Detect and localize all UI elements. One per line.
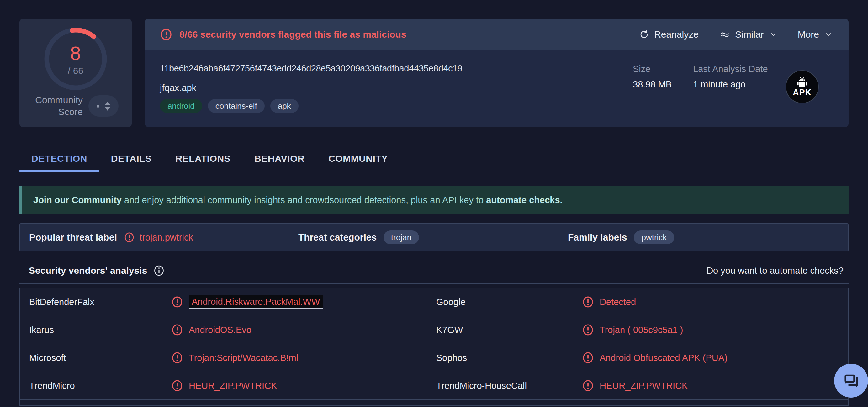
vendor-name: Google [436, 297, 582, 307]
tab-detection[interactable]: DETECTION [20, 147, 99, 170]
vendor-analysis-table: BitDefenderFalx Android.Riskware.PackMal… [20, 288, 848, 406]
popular-threat-label: Popular threat label [29, 232, 117, 243]
detection-label[interactable]: AndroidOS.Evo [189, 325, 251, 335]
chevron-down-icon [825, 31, 832, 38]
tab-community[interactable]: COMMUNITY [316, 147, 400, 170]
file-tags: android contains-elf apk [160, 99, 299, 113]
vendor-name: BitDefenderFalx [29, 297, 171, 307]
virustotal-file-report: { "score_card": { "score": "8", "total":… [0, 0, 868, 407]
detection-result: Detected [582, 296, 848, 308]
alert-icon [171, 324, 183, 336]
detection-label[interactable]: HEUR_ZIP.PWTRICK [189, 381, 277, 391]
tab-relations[interactable]: RELATIONS [163, 147, 242, 170]
last-analysis-block: Last Analysis Date 1 minute ago [693, 64, 768, 90]
threat-category-pill[interactable]: trojan [383, 230, 419, 244]
info-icon[interactable] [153, 265, 165, 276]
detection-result: AndroidOS.Evo [171, 324, 436, 336]
vote-arrows-icon [105, 102, 111, 111]
table-row-partial [20, 400, 848, 406]
threat-label-bar: Popular threat label trojan.pwtrick Thre… [20, 223, 848, 251]
tab-details[interactable]: DETAILS [99, 147, 164, 170]
table-row: BitDefenderFalx Android.Riskware.PackMal… [20, 288, 848, 316]
alert-icon [124, 232, 134, 243]
detection-result: Android.Riskware.PackMal.WW [171, 295, 436, 309]
last-analysis-value: 1 minute ago [693, 79, 768, 90]
tag-contains-elf[interactable]: contains-elf [208, 99, 265, 113]
detection-label[interactable]: Trojan ( 005c9c5a1 ) [599, 325, 683, 335]
vendor-name: TrendMicro [29, 381, 171, 391]
detection-result: Trojan ( 005c9c5a1 ) [582, 324, 848, 336]
detection-banner: 8/66 security vendors flagged this file … [145, 19, 848, 50]
automate-checks-prompt[interactable]: Do you want to automate checks? [707, 265, 848, 276]
popular-threat-value[interactable]: trojan.pwtrick [140, 232, 193, 243]
detection-result: HEUR_ZIP.PWTRICK [582, 380, 848, 392]
chat-bubbles-icon [842, 372, 860, 390]
detection-label[interactable]: Android Obfuscated APK (PUA) [599, 353, 727, 363]
similar-button[interactable]: Similar [719, 29, 777, 40]
chevron-down-icon [770, 31, 777, 38]
community-score-card: 8 / 66 Community Score [20, 19, 132, 127]
last-analysis-label: Last Analysis Date [693, 64, 768, 74]
detection-label[interactable]: Detected [599, 297, 636, 307]
more-button[interactable]: More [798, 29, 832, 40]
chat-fab-button[interactable] [834, 364, 868, 398]
file-hash[interactable]: 11be6b246aba6f472756f4743edd246d28e5a302… [160, 63, 462, 74]
android-robot-icon [796, 76, 809, 88]
similar-label: Similar [735, 29, 764, 40]
alert-icon [171, 352, 183, 364]
automate-checks-link[interactable]: automate checks. [486, 195, 562, 205]
vendor-name: Ikarus [29, 325, 171, 335]
report-tabs: DETECTION DETAILS RELATIONS BEHAVIOR COM… [20, 147, 848, 171]
detection-label[interactable]: Android.Riskware.PackMal.WW [189, 295, 323, 309]
join-community-banner: Join our Community and enjoy additional … [20, 186, 848, 215]
banner-alert-text: 8/66 security vendors flagged this file … [179, 29, 406, 40]
threat-categories-cell: Threat categories trojan [298, 230, 568, 244]
vendor-name: TrendMicro-HouseCall [436, 381, 582, 391]
family-labels-label: Family labels [568, 232, 627, 243]
alert-icon [582, 352, 594, 364]
vendor-name: Microsoft [29, 353, 171, 363]
alert-icon [171, 296, 183, 308]
apk-badge-label: APK [793, 88, 811, 97]
alert-icon [582, 380, 594, 392]
reanalyze-label: Reanalyze [654, 29, 699, 40]
table-row: Microsoft Trojan:Script/Wacatac.B!ml Sop… [20, 344, 848, 372]
file-size-block: Size 38.98 MB [633, 64, 672, 90]
community-score-label: Community Score [32, 94, 83, 118]
file-details-body: 11be6b246aba6f472756f4743edd246d28e5a302… [145, 50, 848, 127]
community-banner-text: and enjoy additional community insights … [122, 195, 486, 205]
join-community-link[interactable]: Join our Community [33, 195, 122, 205]
detection-result: Android Obfuscated APK (PUA) [582, 352, 848, 364]
size-value: 38.98 MB [633, 79, 672, 90]
table-row: Ikarus AndroidOS.Evo K7GW Trojan ( 005c [20, 316, 848, 344]
similar-icon [719, 29, 730, 40]
refresh-icon [639, 29, 649, 39]
more-label: More [798, 29, 819, 40]
vendors-analysis-title: Security vendors' analysis [29, 265, 147, 276]
vote-face-icon [97, 105, 99, 107]
tag-android[interactable]: android [160, 99, 202, 113]
divider [679, 65, 679, 88]
reanalyze-button[interactable]: Reanalyze [639, 29, 699, 40]
file-name: jfqax.apk [160, 83, 196, 93]
vendors-analysis-header: Security vendors' analysis Do you want t… [20, 258, 848, 284]
alert-icon [160, 28, 173, 41]
vendor-name: K7GW [436, 325, 582, 335]
detection-label[interactable]: Trojan:Script/Wacatac.B!ml [189, 353, 298, 363]
tab-behavior[interactable]: BEHAVIOR [242, 147, 316, 170]
file-summary-card: 8/66 security vendors flagged this file … [145, 19, 848, 127]
family-labels-cell: Family labels pwtrick [568, 230, 848, 244]
detection-score-donut: 8 / 66 [44, 28, 107, 90]
detection-result: Trojan:Script/Wacatac.B!ml [171, 352, 436, 364]
detection-result: HEUR_ZIP.PWTRICK [171, 380, 436, 392]
popular-threat-label-cell: Popular threat label trojan.pwtrick [29, 232, 298, 243]
community-vote-widget[interactable] [88, 95, 119, 117]
divider [620, 65, 620, 88]
detection-label[interactable]: HEUR_ZIP.PWTRICK [599, 381, 688, 391]
tag-apk[interactable]: apk [270, 99, 299, 113]
score-total: / 66 [68, 66, 84, 76]
table-row: TrendMicro HEUR_ZIP.PWTRICK TrendMicro-H… [20, 372, 848, 400]
vendor-name: Sophos [436, 353, 582, 363]
score-value: 8 [70, 43, 81, 63]
family-label-pill[interactable]: pwtrick [634, 230, 674, 244]
